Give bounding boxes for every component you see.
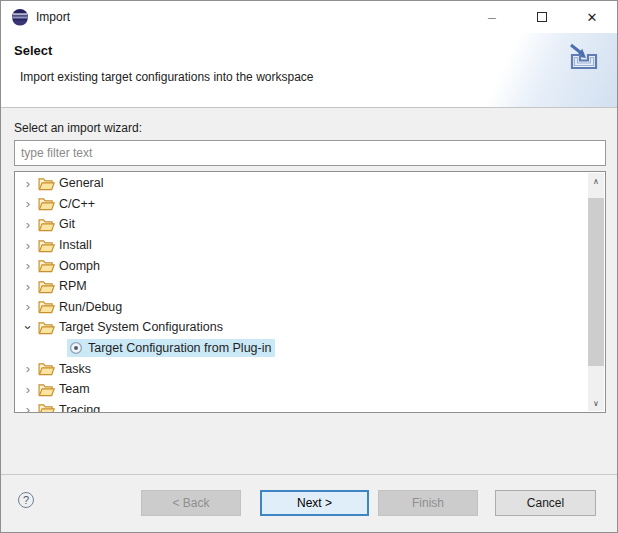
tree-item-target-configuration-from-plug-in[interactable]: Target Configuration from Plug-in (15, 338, 588, 359)
tree-item-label: Install (59, 238, 92, 252)
back-button: < Back (141, 490, 241, 516)
tree-item-label: Tasks (59, 362, 91, 376)
chevron-right-icon[interactable] (21, 239, 35, 252)
chevron-right-icon[interactable] (21, 177, 35, 190)
help-button[interactable]: ? (18, 492, 34, 508)
tree-item-rpm[interactable]: RPM (15, 276, 588, 297)
tree-item-general[interactable]: General (15, 173, 588, 194)
tree-item-label: General (59, 176, 103, 190)
selected-item-highlight: Target Configuration from Plug-in (67, 339, 275, 357)
folder-icon (38, 361, 55, 376)
chevron-right-icon[interactable] (21, 362, 35, 375)
finish-button: Finish (378, 490, 478, 516)
close-button[interactable]: ✕ (567, 1, 617, 33)
folder-icon (38, 196, 55, 211)
chevron-right-icon[interactable] (21, 300, 35, 313)
tree-rows: General C/C++ Git Install Oomph (15, 173, 588, 412)
tree-item-oomph[interactable]: Oomph (15, 255, 588, 276)
tree-item-label: Oomph (59, 259, 100, 273)
next-button[interactable]: Next > (260, 490, 369, 516)
tree-item-team[interactable]: Team (15, 379, 588, 400)
maximize-icon (537, 12, 547, 22)
chevron-down-icon[interactable] (21, 321, 35, 334)
target-configuration-icon (69, 341, 83, 355)
tree-item-label: Tracing (59, 403, 100, 412)
folder-icon (38, 402, 55, 412)
tree-item-label: Run/Debug (59, 300, 122, 314)
chevron-right-icon[interactable] (21, 218, 35, 231)
filter-input[interactable] (14, 140, 606, 166)
minimize-button[interactable]: – (467, 1, 517, 33)
scroll-down-icon[interactable]: ∨ (588, 395, 604, 411)
tree-item-target-system-configurations[interactable]: Target System Configurations (15, 317, 588, 338)
wizard-header: Select Import existing target configurat… (1, 33, 617, 108)
scroll-up-icon[interactable]: ∧ (588, 173, 604, 189)
window-title: Import (36, 10, 70, 24)
title-bar: Import – ✕ (1, 1, 617, 33)
folder-icon (38, 238, 55, 253)
tree-item-label: Team (59, 382, 90, 396)
scrollbar-thumb[interactable] (588, 198, 604, 366)
tree-item-label: Target Configuration from Plug-in (88, 341, 271, 355)
tree-item-label: Git (59, 217, 75, 231)
page-title: Select (14, 43, 52, 58)
tree-item-tracing[interactable]: Tracing (15, 400, 588, 412)
eclipse-logo-icon (11, 8, 29, 26)
vertical-scrollbar[interactable]: ∧ ∨ (588, 173, 604, 411)
tree-item-git[interactable]: Git (15, 214, 588, 235)
chevron-right-icon[interactable] (21, 383, 35, 396)
folder-icon (38, 299, 55, 314)
folder-icon (38, 258, 55, 273)
wizard-select-label: Select an import wizard: (14, 121, 142, 135)
tree-item-tasks[interactable]: Tasks (15, 358, 588, 379)
import-banner-icon (564, 40, 604, 76)
chevron-right-icon[interactable] (21, 259, 35, 272)
tree-item-install[interactable]: Install (15, 235, 588, 256)
tree-item-label: C/C++ (59, 197, 95, 211)
page-description: Import existing target configurations in… (20, 70, 313, 84)
folder-icon (38, 279, 55, 294)
folder-icon (38, 320, 55, 335)
folder-icon (38, 217, 55, 232)
folder-icon (38, 176, 55, 191)
tree-item-label: RPM (59, 279, 87, 293)
chevron-right-icon[interactable] (21, 197, 35, 210)
tree-item-run-debug[interactable]: Run/Debug (15, 297, 588, 318)
tree-item-c-cpp[interactable]: C/C++ (15, 194, 588, 215)
footer-divider (1, 474, 617, 475)
import-wizard-dialog: Import – ✕ Select Import existing target… (0, 0, 618, 533)
chevron-right-icon[interactable] (21, 403, 35, 412)
folder-icon (38, 382, 55, 397)
maximize-button[interactable] (517, 1, 567, 33)
cancel-button[interactable]: Cancel (495, 490, 596, 516)
chevron-right-icon[interactable] (21, 280, 35, 293)
tree-item-label: Target System Configurations (59, 320, 223, 334)
wizard-tree: General C/C++ Git Install Oomph (14, 171, 606, 413)
